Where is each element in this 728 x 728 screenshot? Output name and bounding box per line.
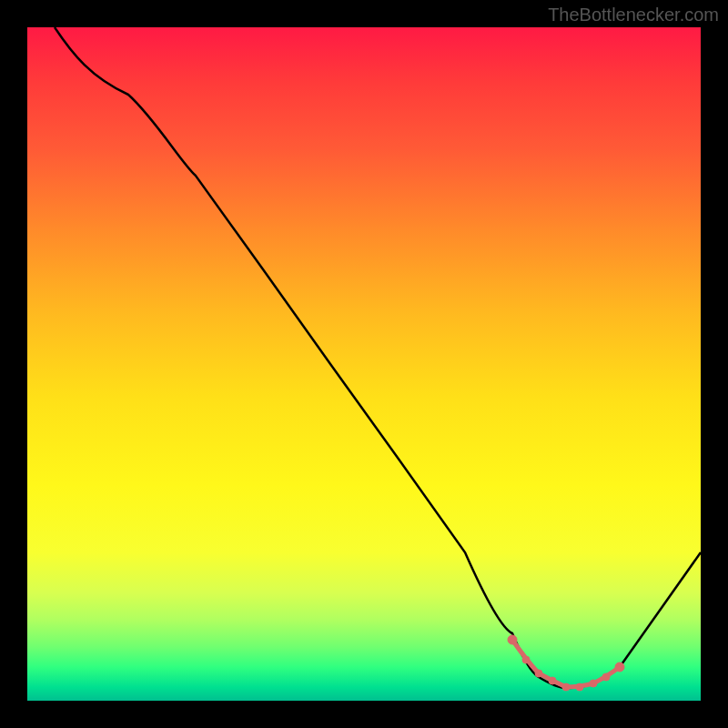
chart-container: TheBottlenecker.com	[0, 0, 728, 728]
watermark-text: TheBottlenecker.com	[548, 5, 719, 25]
bottleneck-curve	[27, 27, 701, 701]
plot-area	[27, 27, 701, 701]
optimal-range-markers	[508, 635, 624, 691]
curve-path	[55, 27, 701, 688]
